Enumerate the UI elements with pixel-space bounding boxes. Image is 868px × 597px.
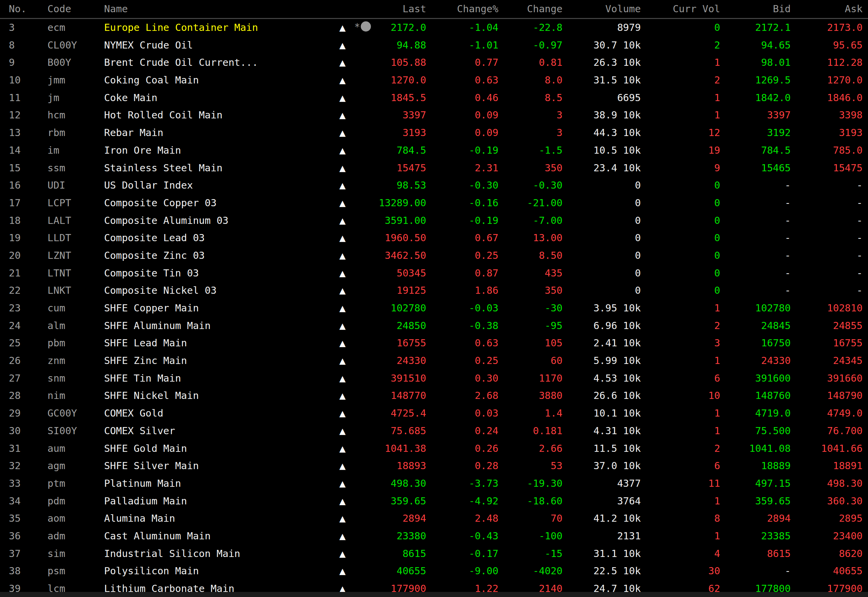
row-number: 29 [9,405,21,422]
row-number: 13 [9,124,21,142]
column-header-code[interactable]: Code [47,0,71,18]
column-header-no[interactable]: No. [9,0,27,18]
table-row[interactable]: 3ecmEurope Line Container Main▲2172.0-1.… [0,19,868,37]
table-row[interactable]: 16UDIUS Dollar Index▲98.53-0.30-0.3000-- [0,177,868,195]
table-row[interactable]: 21LTNTComposite Tin 03▲503450.8743500-- [0,264,868,282]
column-header-volume[interactable]: Volume [605,0,641,18]
cell-change: -22.8 [533,19,563,37]
cell-bid: 4719.0 [755,405,791,422]
row-number: 32 [9,457,21,475]
table-row[interactable]: 10jmmCoking Coal Main▲1270.00.638.031.5 … [0,71,868,89]
cell-last: 3397 [403,107,426,124]
up-triangle-icon: ▲ [339,232,346,244]
table-row[interactable]: 30SI00YCOMEX Silver▲75.6850.240.1814.31 … [0,422,868,440]
up-triangle-icon: ▲ [319,317,366,335]
cell-change: 60 [551,352,563,370]
table-row[interactable]: 14imIron Ore Main▲784.5-0.19-1.510.5 10k… [0,142,868,159]
cell-last: 3193 [403,124,426,142]
cell-ask: 8620 [839,545,862,563]
table-row[interactable]: 11jmCoke Main▲1845.50.468.5669511842.018… [0,89,868,107]
cell-change-pct: 0.63 [475,71,498,89]
cell-bid: - [785,247,791,264]
cell-ask: 1846.0 [827,89,862,107]
table-row[interactable]: 27snmSHFE Tin Main▲3915100.3011704.53 10… [0,370,868,388]
cell-volume: 0 [635,264,641,282]
table-row[interactable]: 13rbmRebar Main▲31930.09344.3 10k1231923… [0,124,868,142]
column-header-last[interactable]: Last [403,0,426,18]
cell-volume: 31.5 10k [593,71,641,89]
table-row[interactable]: 31aumSHFE Gold Main▲1041.380.262.6611.5 … [0,440,868,457]
up-triangle-icon: ▲ [339,319,346,332]
table-row[interactable]: 35aomAlumina Main▲28942.487041.2 10k8289… [0,510,868,527]
cell-bid: 1842.0 [755,89,791,107]
table-row[interactable]: 33ptmPlatinum Main▲498.30-3.73-19.304377… [0,475,868,493]
cell-change-pct: 0.25 [475,247,498,264]
instrument-code: LTNT [47,264,71,282]
cell-change: 2.66 [539,440,563,457]
column-header-change[interactable]: Change [527,0,563,18]
cell-curr-vol: 2 [714,317,720,335]
cell-bid: 1269.5 [755,71,791,89]
up-triangle-icon: ▲ [339,39,346,51]
cell-curr-vol: 8 [714,510,720,527]
table-row[interactable]: 19LLDTComposite Lead 03▲1960.500.6713.00… [0,229,868,247]
table-row[interactable]: 24almSHFE Aluminum Main▲24850-0.38-956.9… [0,317,868,335]
table-row[interactable]: 37simIndustrial Silicon Main▲8615-0.17-1… [0,545,868,563]
up-triangle-icon: ▲ [319,107,366,125]
column-header-curr-vol[interactable]: Curr Vol [673,0,720,18]
instrument-name: Iron Ore Main [104,142,181,159]
cell-curr-vol: 0 [714,229,720,247]
table-row[interactable]: 8CL00YNYMEX Crude Oil▲94.88-1.01-0.9730.… [0,37,868,54]
cell-volume: 0 [635,195,641,212]
instrument-code: znm [47,352,65,370]
table-row[interactable]: 38psmPolysilicon Main▲40655-9.00-402022.… [0,563,868,580]
table-row[interactable]: 34pdmPalladium Main▲359.65-4.92-18.60376… [0,493,868,510]
up-triangle-icon: ▲ [319,71,366,89]
row-number: 33 [9,475,21,493]
instrument-code: ssm [47,159,65,177]
table-body: 3ecmEurope Line Container Main▲2172.0-1.… [0,19,868,597]
row-number: 9 [9,54,15,71]
instrument-name: SHFE Gold Main [104,440,187,457]
cell-volume: 4.31 10k [593,422,641,440]
cell-change: -18.60 [527,493,563,510]
up-triangle-icon: ▲ [339,197,346,209]
up-triangle-icon: ▲ [319,405,366,423]
table-row[interactable]: 17LCPTComposite Copper 03▲13289.00-0.16-… [0,195,868,212]
table-row[interactable]: 18LALTComposite Aluminum 03▲3591.00-0.19… [0,212,868,230]
table-row[interactable]: 25pbmSHFE Lead Main▲167550.631052.41 10k… [0,334,868,352]
row-number: 10 [9,71,21,89]
cell-volume: 26.6 10k [593,387,641,405]
cell-last: 498.30 [391,475,426,493]
instrument-code: adm [47,527,65,545]
column-header-ask[interactable]: Ask [845,0,862,18]
table-row[interactable]: 9B00YBrent Crude Oil Current...▲105.880.… [0,54,868,71]
cell-curr-vol: 0 [714,264,720,282]
instrument-name: COMEX Gold [104,405,163,422]
table-row[interactable]: 22LNKTComposite Nickel 03▲191251.8635000… [0,282,868,300]
table-row[interactable]: 15ssmStainless Steel Main▲154752.3135023… [0,159,868,177]
cell-ask: - [857,229,862,247]
table-row[interactable]: 36admCast Aluminum Main▲23380-0.43-10021… [0,527,868,545]
instrument-code: hcm [47,107,65,124]
column-header-name[interactable]: Name [104,0,128,18]
table-row[interactable]: 32agmSHFE Silver Main▲188930.285337.0 10… [0,457,868,475]
table-row[interactable]: 29GC00YCOMEX Gold▲4725.40.031.410.1 10k1… [0,405,868,422]
table-row[interactable]: 28nimSHFE Nickel Main▲1487702.68388026.6… [0,387,868,405]
column-header-bid[interactable]: Bid [773,0,791,18]
cell-change: 53 [551,457,563,475]
instrument-name: Rebar Main [104,124,163,142]
up-triangle-icon: ▲ [339,126,346,139]
table-row[interactable]: 26znmSHFE Zinc Main▲243300.25605.99 10k1… [0,352,868,370]
column-header-change-pct[interactable]: Change% [457,0,498,18]
cell-ask: 112.28 [827,54,862,71]
cell-curr-vol: 1 [714,107,720,124]
table-row[interactable]: 12hcmHot Rolled Coil Main▲33970.09338.9 … [0,107,868,124]
instrument-name: SHFE Lead Main [104,334,187,352]
cell-volume: 3764 [617,493,641,510]
instrument-code: LALT [47,212,71,230]
horizontal-scrollbar-track[interactable] [0,592,868,597]
row-number: 24 [9,317,21,335]
table-row[interactable]: 20LZNTComposite Zinc 03▲3462.500.258.500… [0,247,868,264]
table-row[interactable]: 23cumSHFE Copper Main▲102780-0.03-303.95… [0,300,868,317]
